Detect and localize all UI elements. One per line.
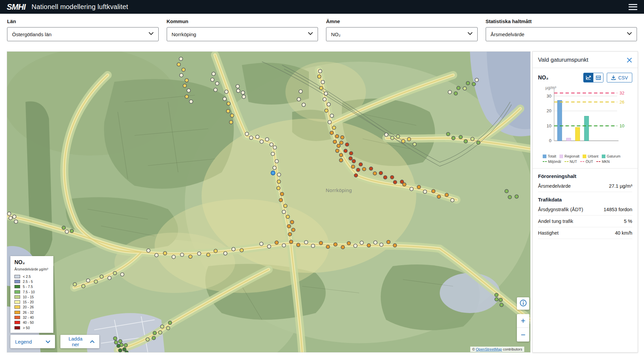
chart-legend-item: Totalt bbox=[543, 154, 556, 158]
chart-legend-item: Gaturum bbox=[602, 154, 621, 158]
chevron-up-icon bbox=[90, 340, 95, 343]
info-value: 5 % bbox=[624, 219, 632, 224]
filter-bar: Län Östergötlands län Kommun Norrköping … bbox=[0, 14, 644, 51]
filter-select-1[interactable]: Norrköping bbox=[167, 27, 318, 41]
filter-1: Kommun Norrköping bbox=[167, 18, 318, 51]
close-icon[interactable] bbox=[627, 57, 632, 63]
smhi-logo: SMHI bbox=[7, 2, 25, 12]
info-heading: Trafikdata bbox=[538, 197, 632, 202]
bar-chart: µg/m³0102030322610 bbox=[533, 83, 638, 153]
line-chart-icon bbox=[586, 75, 591, 80]
filter-label: Län bbox=[7, 18, 159, 24]
map-legend-title: NO₂ bbox=[14, 259, 49, 265]
map-legend-item: 32 - 40 bbox=[14, 315, 49, 320]
filter-3: Statistiska haltmått Årsmedelvärde bbox=[486, 18, 637, 51]
chart-threshold-legend-item: Miljömål bbox=[543, 160, 561, 164]
svg-text:30: 30 bbox=[547, 94, 551, 99]
panel-title: Vald gaturumspunkt bbox=[538, 57, 588, 63]
info-row: Hastighet40 km/h bbox=[538, 227, 632, 239]
legend-toggle-button[interactable]: Legend bbox=[10, 335, 55, 348]
info-label: Andel tung trafik bbox=[538, 219, 573, 224]
chevron-down-icon bbox=[627, 32, 632, 35]
chevron-down-icon bbox=[149, 32, 154, 35]
filter-0: Län Östergötlands län bbox=[7, 18, 159, 51]
chart-legend: TotaltRegionaltUrbantGaturum MiljömålNUT… bbox=[533, 154, 638, 164]
svg-text:µg/m³: µg/m³ bbox=[545, 85, 556, 90]
info-row: Årsmedelvärde27.1 µg/m³ bbox=[538, 180, 632, 192]
table-icon bbox=[596, 75, 601, 80]
map-legend-item: 2.5 - 5 bbox=[14, 279, 49, 284]
info-value: 40 km/h bbox=[615, 230, 632, 236]
info-label: Hastighet bbox=[538, 230, 558, 236]
info-label: Årsdygnstrafik (ÅDT) bbox=[538, 207, 583, 212]
chart-threshold-legend-item: NUT bbox=[565, 160, 577, 164]
legend-toggle-label: Legend bbox=[15, 339, 32, 345]
filter-label: Kommun bbox=[167, 18, 318, 24]
svg-text:26: 26 bbox=[620, 100, 624, 105]
filter-select-2[interactable]: NO₂ bbox=[326, 27, 478, 41]
map-legend-item: 26 - 32 bbox=[14, 310, 49, 315]
chart-view-button[interactable] bbox=[584, 73, 593, 82]
chevron-down-icon bbox=[308, 32, 313, 35]
map-legend-item: 20 - 26 bbox=[14, 305, 49, 310]
info-row: Årsdygnstrafik (ÅDT)14853 fordon bbox=[538, 204, 632, 216]
map-legend-item: 15 - 20 bbox=[14, 299, 49, 304]
info-value: 14853 fordon bbox=[604, 207, 632, 212]
info-value: 27.1 µg/m³ bbox=[609, 183, 632, 189]
download-toggle-label: Ladda ner bbox=[65, 336, 86, 347]
map-legend-panel: NO₂ Årsmedelvärde µg/m³ < 2.52.5 - 55 - … bbox=[10, 256, 53, 333]
chart-threshold-legend-item: ÖUT bbox=[580, 160, 593, 164]
svg-text:32: 32 bbox=[620, 90, 624, 96]
pollutant-row: NO₂ CSV bbox=[533, 68, 638, 83]
openstreetmap-link[interactable]: OpenStreetMap bbox=[476, 347, 502, 351]
map-legend-item: 10 - 15 bbox=[14, 294, 49, 299]
svg-text:10: 10 bbox=[547, 123, 551, 128]
filter-label: Ämne bbox=[326, 18, 478, 24]
selected-point-panel: Vald gaturumspunkt NO₂ CSV µg/m³01020303… bbox=[532, 51, 638, 353]
map-info-button[interactable] bbox=[517, 297, 529, 310]
svg-text:20: 20 bbox=[547, 108, 551, 113]
download-icon bbox=[611, 75, 616, 80]
map-legend-item: 40 - 50 bbox=[14, 320, 49, 325]
map-legend-item: < 2.5 bbox=[14, 274, 49, 279]
filter-select-0[interactable]: Östergötlands län bbox=[7, 27, 159, 41]
map-attribution: © OpenStreetMap contributors bbox=[470, 347, 524, 352]
svg-text:0: 0 bbox=[549, 138, 551, 143]
info-heading: Föroreningshalt bbox=[538, 173, 632, 179]
panel-header: Vald gaturumspunkt bbox=[533, 52, 638, 68]
chart-legend-item: Urbant bbox=[583, 154, 598, 158]
info-icon bbox=[520, 299, 527, 308]
hamburger-menu-icon[interactable] bbox=[629, 4, 637, 10]
map-legend-item: 7.5 - 10 bbox=[14, 289, 49, 294]
map[interactable]: Norrköping NO₂ Årsmedelvärde µg/m³ < 2.5… bbox=[7, 51, 531, 353]
svg-text:10: 10 bbox=[620, 123, 624, 128]
map-zoom-control: + − bbox=[517, 314, 529, 342]
app-title: Nationell modellering luftkvalitet bbox=[32, 3, 128, 11]
csv-download-button[interactable]: CSV bbox=[607, 73, 632, 82]
map-legend-item: > 50 bbox=[14, 325, 49, 330]
info-row: Andel tung trafik5 % bbox=[538, 216, 632, 227]
app-header: SMHI Nationell modellering luftkvalitet bbox=[0, 0, 644, 14]
filter-2: Ämne NO₂ bbox=[326, 18, 478, 51]
map-canvas[interactable] bbox=[7, 52, 531, 353]
filter-label: Statistiska haltmått bbox=[486, 18, 637, 24]
chart-threshold-legend-item: MKN bbox=[596, 160, 609, 164]
view-toggle-group bbox=[583, 73, 603, 82]
info-label: Årsmedelvärde bbox=[538, 183, 571, 189]
zoom-out-button[interactable]: − bbox=[517, 328, 529, 342]
table-view-button[interactable] bbox=[593, 73, 603, 82]
info-section: FöroreningshaltÅrsmedelvärde27.1 µg/m³ bbox=[533, 169, 638, 192]
map-legend-item: 5 - 7.5 bbox=[14, 284, 49, 289]
chevron-down-icon bbox=[468, 32, 473, 35]
chart-legend-item: Regionalt bbox=[559, 154, 579, 158]
download-toggle-button[interactable]: Ladda ner bbox=[60, 335, 99, 348]
filter-select-3[interactable]: Årsmedelvärde bbox=[486, 27, 637, 41]
info-section: TrafikdataÅrsdygnstrafik (ÅDT)14853 ford… bbox=[533, 192, 638, 239]
pollutant-name: NO₂ bbox=[538, 75, 583, 81]
zoom-in-button[interactable]: + bbox=[517, 314, 529, 328]
csv-label: CSV bbox=[618, 75, 628, 80]
map-legend-subtitle: Årsmedelvärde µg/m³ bbox=[14, 267, 49, 271]
chevron-down-icon bbox=[46, 340, 50, 343]
